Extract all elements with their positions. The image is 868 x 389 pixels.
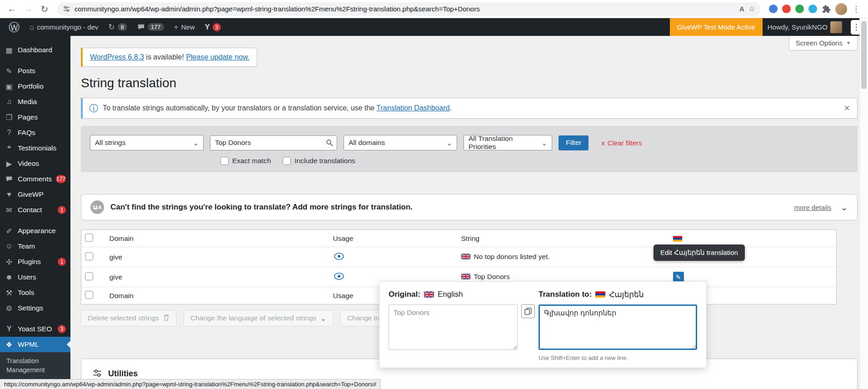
address-bar[interactable]: communityngo.am/wp64/wp-admin/admin.php?… <box>57 2 761 16</box>
usage-eye-icon[interactable] <box>333 252 345 262</box>
tools-icon: ⚒ <box>5 289 14 297</box>
chevron-down-icon: ▼ <box>846 40 851 45</box>
menu-separator <box>0 316 70 321</box>
string-status-select[interactable]: All strings ⌄ <box>90 135 204 150</box>
sidebar-item-givewp[interactable]: ♥GiveWP <box>0 187 70 202</box>
sidebar-item-users[interactable]: ☻Users <box>0 269 70 285</box>
yoast-menu[interactable]: Y 3 <box>200 18 225 36</box>
comments-bubble-icon <box>5 176 14 182</box>
comments-menu[interactable]: 177 <box>132 18 169 36</box>
sidebar-item-videos[interactable]: ▶Videos <box>0 156 70 171</box>
shift-enter-hint: Use Shift+Enter to add a new line. <box>539 354 697 361</box>
extension-icon-cyan[interactable] <box>808 5 817 13</box>
comments-count-badge: 177 <box>56 175 66 183</box>
translation-dashboard-link[interactable]: Translation Dashboard <box>376 104 449 112</box>
column-header-string[interactable]: String <box>458 230 669 247</box>
forward-icon[interactable]: → <box>21 2 35 16</box>
original-string-textarea[interactable]: Top Donors <box>389 304 518 350</box>
select-all-checkbox[interactable] <box>85 234 93 242</box>
translation-textarea[interactable]: Գլխավոր դոնորներ <box>539 304 697 350</box>
chevron-down-icon: ⌄ <box>193 140 199 146</box>
sidebar-item-contact[interactable]: ✉Contact1 <box>0 202 70 218</box>
sidebar-item-appearance[interactable]: ✐Appearance <box>0 223 70 239</box>
team-icon: ☺ <box>5 242 14 250</box>
include-translations-checkbox[interactable]: Include translations <box>283 157 355 165</box>
sidebar-item-posts[interactable]: ✎Posts <box>0 63 70 79</box>
wpml-icon: ❖ <box>5 340 14 349</box>
filters-panel: All strings ⌄ All domains ⌄ All Translat… <box>81 126 858 172</box>
extension-icon-red[interactable] <box>782 5 791 13</box>
translation-priority-select[interactable]: All Translation Priorities ⌄ <box>464 135 552 150</box>
screen-options-button[interactable]: Screen Options ▼ <box>789 36 858 50</box>
column-header-usage[interactable]: Usage <box>329 230 458 247</box>
change-language-button[interactable]: Change the language of selected strings … <box>184 310 333 326</box>
wordpress-logo-menu[interactable]: Ⓦ <box>4 18 25 36</box>
comments-count: 177 <box>148 23 164 31</box>
updates-menu[interactable]: ↻ 8 <box>103 18 132 36</box>
contact-count-badge: 1 <box>58 206 66 214</box>
select-all-checkbox[interactable] <box>85 291 93 299</box>
back-icon[interactable]: ← <box>5 2 19 16</box>
page-scrollbar[interactable] <box>859 18 868 389</box>
scrollbar-thumb[interactable] <box>861 21 867 89</box>
row-checkbox[interactable] <box>85 272 93 280</box>
close-icon[interactable]: × <box>844 103 850 113</box>
trash-icon <box>163 314 170 323</box>
yoast-notifications-badge: 3 <box>213 23 221 31</box>
sidebar-item-pages[interactable]: ❐Pages <box>0 110 70 125</box>
extensions-puzzle-icon[interactable] <box>822 5 831 14</box>
edit-translation-button[interactable]: ✎ <box>673 272 684 283</box>
plus-icon: + <box>174 23 179 32</box>
menu-separator <box>0 58 70 63</box>
search-input[interactable] <box>210 135 337 150</box>
chevron-down-icon[interactable]: ⌄ <box>840 203 848 212</box>
column-header-domain[interactable]: Domain <box>106 230 329 247</box>
site-name-menu[interactable]: ⌂ communityngo - dev <box>25 18 103 36</box>
reload-icon[interactable]: ↻ <box>37 2 52 16</box>
updates-count: 8 <box>118 23 127 31</box>
column-footer-domain[interactable]: Domain <box>106 287 329 304</box>
extension-icon-green[interactable] <box>795 5 804 13</box>
sidebar-item-tools[interactable]: ⚒Tools <box>0 285 70 300</box>
sidebar-item-comments[interactable]: Comments177 <box>0 171 70 187</box>
sidebar-item-portfolio[interactable]: ▣Portfolio <box>0 79 70 94</box>
sidebar-item-yoast-seo[interactable]: YYoast SEO3 <box>0 321 70 337</box>
copy-original-button[interactable] <box>521 304 535 318</box>
more-details-link[interactable]: more details <box>794 204 832 211</box>
extension-icon-blue[interactable] <box>769 5 778 13</box>
exact-match-checkbox[interactable]: Exact match <box>220 157 271 165</box>
sidebar-item-dashboard[interactable]: ▦Dashboard <box>0 42 70 58</box>
site-settings-icon[interactable] <box>63 5 70 13</box>
clear-filters-link[interactable]: x Clear filters <box>601 139 642 147</box>
sidebar-item-faqs[interactable]: ?FAQs <box>0 125 70 140</box>
new-content-menu[interactable]: + New <box>169 18 200 36</box>
sidebar-item-media[interactable]: ♫Media <box>0 94 70 110</box>
row-checkbox[interactable] <box>85 252 93 260</box>
language-icon: ԱA <box>90 200 104 214</box>
bookmark-star-icon[interactable]: ☆ <box>748 4 755 14</box>
plugins-icon: ✣ <box>5 258 14 266</box>
domains-select[interactable]: All domains ⌄ <box>344 135 457 150</box>
chevron-down-icon: ⌄ <box>541 140 547 146</box>
armenian-flag-icon <box>595 291 605 298</box>
givewp-icon: ♥ <box>5 190 14 199</box>
sidebar-item-wpml[interactable]: ❖WPML <box>0 337 70 352</box>
update-now-link[interactable]: Please update now. <box>186 53 249 61</box>
wordpress-version-link[interactable]: WordPress 6.8.3 <box>90 53 144 61</box>
filter-button[interactable]: Filter <box>559 135 589 150</box>
sidebar-subitem-translation-management[interactable]: Translation Management <box>6 357 65 374</box>
string-text: Top Donors <box>474 273 510 281</box>
browser-menu-icon[interactable]: ⋮ <box>852 4 861 14</box>
my-account-menu[interactable]: Howdy, SyunikNGO <box>763 18 847 36</box>
uk-flag-icon <box>461 274 470 279</box>
usage-eye-icon[interactable] <box>333 272 345 282</box>
sidebar-item-settings[interactable]: ⚙Settings <box>0 300 70 316</box>
contact-icon: ✉ <box>5 206 14 214</box>
admin-sidebar: ▦Dashboard ✎Posts ▣Portfolio ♫Media ❐Pag… <box>0 36 70 389</box>
sidebar-item-plugins[interactable]: ✣Plugins1 <box>0 254 70 269</box>
delete-selected-button[interactable]: Delete selected strings <box>81 310 176 326</box>
translate-icon[interactable]: A <box>739 5 744 13</box>
sidebar-item-team[interactable]: ☺Team <box>0 239 70 254</box>
sidebar-item-testimonials[interactable]: ❝Testimonials <box>0 140 70 156</box>
browser-profile-avatar[interactable] <box>835 3 847 15</box>
